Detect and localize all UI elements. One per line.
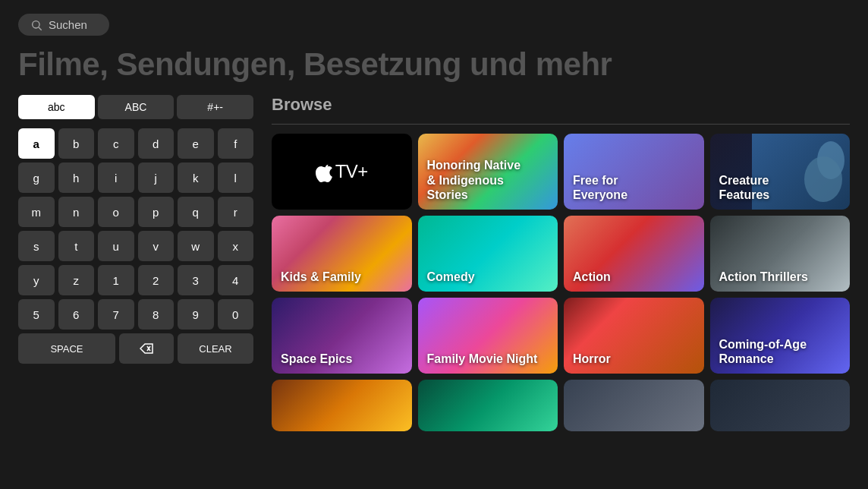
key-b[interactable]: b bbox=[58, 128, 95, 159]
mode-ABC[interactable]: ABC bbox=[98, 95, 175, 119]
card-label-honoring: Honoring Native& IndigenousStories bbox=[427, 158, 521, 202]
card-label-space: Space Epics bbox=[281, 352, 352, 366]
card-row4b[interactable] bbox=[418, 380, 558, 431]
svg-line-1 bbox=[39, 27, 42, 30]
key-c[interactable]: c bbox=[98, 128, 134, 159]
page-title: Filme, Sendungen, Besetzung und mehr bbox=[0, 42, 868, 95]
key-n[interactable]: n bbox=[58, 197, 95, 227]
key-w[interactable]: w bbox=[178, 231, 214, 261]
card-action-thrillers[interactable]: Action Thrillers bbox=[710, 216, 851, 292]
card-family[interactable]: Family Movie Night bbox=[418, 298, 558, 374]
svg-point-0 bbox=[33, 21, 39, 27]
browse-divider bbox=[272, 124, 850, 125]
card-label-kids: Kids & Family bbox=[281, 270, 361, 284]
backspace-button[interactable] bbox=[119, 333, 174, 364]
key-h[interactable]: h bbox=[58, 162, 95, 193]
card-space[interactable]: Space Epics bbox=[272, 298, 412, 374]
card-coming[interactable]: Coming-of-Age Romance bbox=[710, 298, 851, 374]
key-v[interactable]: v bbox=[138, 231, 175, 261]
key-x[interactable]: x bbox=[218, 231, 254, 261]
key-s[interactable]: s bbox=[18, 231, 55, 261]
card-kids[interactable]: Kids & Family bbox=[272, 216, 412, 292]
key-8[interactable]: 8 bbox=[138, 299, 175, 330]
creature-illustration bbox=[778, 137, 846, 206]
key-t[interactable]: t bbox=[58, 231, 95, 261]
card-label-horror: Horror bbox=[573, 352, 611, 366]
browse-grid: TV+ Honoring Native& IndigenousStories F… bbox=[272, 134, 850, 431]
key-o[interactable]: o bbox=[98, 197, 134, 227]
card-free[interactable]: Free forEveryone bbox=[564, 134, 704, 210]
card-label-creature: CreatureFeatures bbox=[719, 173, 770, 202]
keyboard-keys: a b c d e f g h i j k l m n o p q r s t … bbox=[18, 128, 253, 330]
card-horror[interactable]: Horror bbox=[564, 298, 704, 374]
key-2[interactable]: 2 bbox=[138, 265, 175, 295]
keyboard-actions: SPACE CLEAR bbox=[18, 333, 253, 364]
key-6[interactable]: 6 bbox=[58, 299, 95, 330]
browse-title: Browse bbox=[272, 95, 850, 115]
key-k[interactable]: k bbox=[178, 162, 214, 193]
key-z[interactable]: z bbox=[58, 265, 95, 295]
key-i[interactable]: i bbox=[98, 162, 134, 193]
key-r[interactable]: r bbox=[218, 197, 254, 227]
key-g[interactable]: g bbox=[18, 162, 55, 193]
key-q[interactable]: q bbox=[178, 197, 214, 227]
search-bar[interactable]: Suchen bbox=[18, 14, 109, 36]
svg-point-5 bbox=[804, 156, 842, 202]
key-1[interactable]: 1 bbox=[98, 265, 134, 295]
key-p[interactable]: p bbox=[138, 197, 175, 227]
key-3[interactable]: 3 bbox=[178, 265, 214, 295]
card-row4c[interactable] bbox=[564, 380, 704, 431]
card-label-comedy: Comedy bbox=[427, 270, 475, 284]
key-f[interactable]: f bbox=[218, 128, 254, 159]
key-7[interactable]: 7 bbox=[98, 299, 134, 330]
main-content: abc ABC #+- a b c d e f g h i j k l m n … bbox=[0, 95, 868, 431]
card-creature[interactable]: CreatureFeatures bbox=[710, 134, 851, 210]
card-label-action-thrillers: Action Thrillers bbox=[719, 270, 808, 284]
space-button[interactable]: SPACE bbox=[18, 333, 115, 364]
key-u[interactable]: u bbox=[98, 231, 134, 261]
card-row4a[interactable] bbox=[272, 380, 412, 431]
key-l[interactable]: l bbox=[218, 162, 254, 193]
key-m[interactable]: m bbox=[18, 197, 55, 227]
key-e[interactable]: e bbox=[178, 128, 214, 159]
appletv-logo: TV+ bbox=[316, 161, 368, 182]
card-label-family: Family Movie Night bbox=[427, 352, 538, 366]
card-label-action: Action bbox=[573, 270, 611, 284]
keyboard-panel: abc ABC #+- a b c d e f g h i j k l m n … bbox=[18, 95, 253, 431]
clear-button[interactable]: CLEAR bbox=[178, 333, 253, 364]
card-row4d[interactable] bbox=[710, 380, 851, 431]
key-y[interactable]: y bbox=[18, 265, 55, 295]
keyboard-mode-row: abc ABC #+- bbox=[18, 95, 253, 119]
mode-abc[interactable]: abc bbox=[18, 95, 95, 119]
card-appletv[interactable]: TV+ bbox=[272, 134, 412, 210]
key-a[interactable]: a bbox=[18, 128, 55, 159]
card-honoring[interactable]: Honoring Native& IndigenousStories bbox=[418, 134, 558, 210]
key-5[interactable]: 5 bbox=[18, 299, 55, 330]
browse-panel: Browse TV+ Honoring Native& IndigenousSt… bbox=[272, 95, 850, 431]
mode-symbols[interactable]: #+- bbox=[177, 95, 253, 119]
key-4[interactable]: 4 bbox=[218, 265, 254, 295]
card-action[interactable]: Action bbox=[564, 216, 704, 292]
card-label-coming: Coming-of-Age Romance bbox=[719, 337, 851, 366]
key-9[interactable]: 9 bbox=[178, 299, 214, 330]
key-d[interactable]: d bbox=[138, 128, 175, 159]
key-0[interactable]: 0 bbox=[218, 299, 254, 330]
card-comedy[interactable]: Comedy bbox=[418, 216, 558, 292]
backspace-icon bbox=[140, 343, 153, 354]
key-j[interactable]: j bbox=[138, 162, 175, 193]
search-label: Suchen bbox=[49, 18, 87, 31]
header: Suchen bbox=[0, 0, 868, 42]
search-icon bbox=[30, 19, 42, 31]
card-label-free: Free forEveryone bbox=[573, 173, 627, 202]
